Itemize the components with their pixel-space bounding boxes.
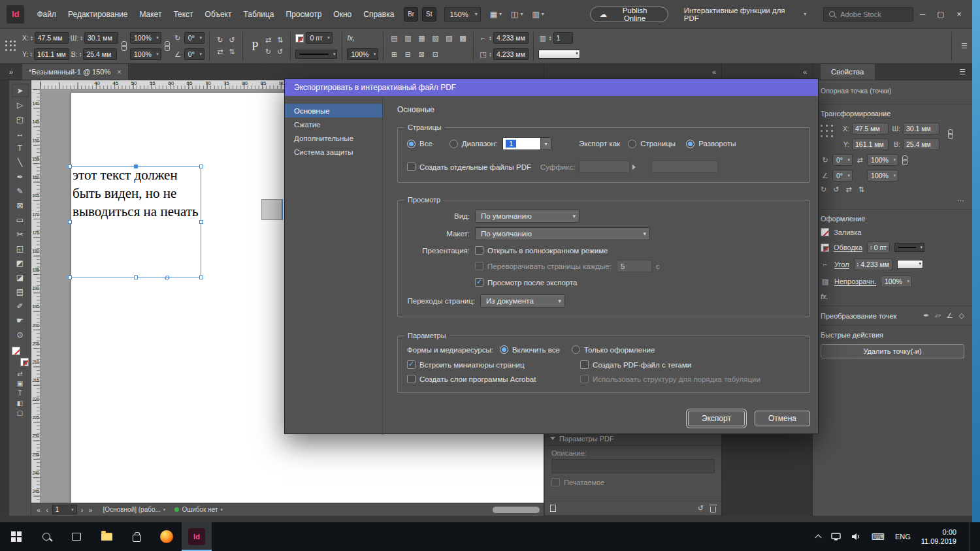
bridge-button[interactable]: Br bbox=[404, 7, 418, 22]
opacity-dropdown[interactable]: 100% bbox=[881, 276, 912, 287]
stroke-weight-dropdown[interactable]: 0 пт bbox=[306, 32, 332, 44]
flip-pages-checkbox[interactable] bbox=[475, 262, 483, 270]
printable-checkbox[interactable] bbox=[551, 478, 560, 486]
selected-object[interactable] bbox=[261, 199, 283, 220]
corner-stepper[interactable] bbox=[489, 35, 491, 41]
page-icon[interactable] bbox=[550, 505, 556, 512]
page-transitions-dropdown[interactable]: Из документа bbox=[480, 294, 565, 307]
distribute-icon[interactable]: ⊠ bbox=[416, 49, 427, 59]
separate-files-checkbox[interactable] bbox=[407, 163, 416, 171]
menu-item[interactable]: Таблица bbox=[237, 7, 280, 22]
distribute-icon[interactable]: ⊞ bbox=[388, 49, 400, 59]
mirror-icon[interactable]: ⇄ bbox=[262, 35, 274, 46]
firefox-button[interactable] bbox=[152, 522, 182, 551]
scrollbar-thumb[interactable] bbox=[493, 507, 540, 513]
x-stepper[interactable] bbox=[31, 35, 33, 41]
effects-label[interactable]: fx. bbox=[821, 292, 828, 300]
rotation-dropdown[interactable]: 0° bbox=[832, 154, 853, 166]
cancel-button[interactable]: Отмена bbox=[755, 411, 810, 426]
export-button[interactable]: Экспорт bbox=[688, 411, 745, 426]
effects-label[interactable]: fx, bbox=[347, 34, 355, 42]
type-tool[interactable]: T bbox=[12, 141, 29, 155]
stroke-weight-field[interactable]: 0 пт bbox=[867, 242, 890, 253]
x-field[interactable]: 47.5 мм bbox=[35, 32, 69, 44]
text-outport[interactable]: o bbox=[165, 272, 170, 283]
corner-radius-field-2[interactable]: 4.233 мм bbox=[493, 48, 529, 60]
constrain-dimensions-icon[interactable] bbox=[122, 41, 127, 51]
mirror-icon[interactable]: ↻ bbox=[262, 47, 274, 57]
preflight-status[interactable]: Ошибок нет▾ bbox=[174, 506, 223, 513]
height-field[interactable]: 25.4 мм bbox=[903, 138, 939, 150]
hand-tool[interactable]: ☛ bbox=[12, 313, 29, 327]
dialog-titlebar[interactable]: Экспортировать в интерактивный файл PDF bbox=[285, 79, 818, 96]
shear-dropdown[interactable]: 0° bbox=[184, 48, 204, 60]
screen-mode-icon[interactable]: ▢ bbox=[17, 409, 23, 417]
transform-icon[interactable]: ↺ bbox=[833, 185, 839, 194]
delete-point-button[interactable]: Удалить точку(-и) bbox=[821, 344, 964, 358]
flip-interval-field[interactable]: 5 bbox=[617, 260, 652, 272]
constrain-scale-icon[interactable] bbox=[165, 41, 170, 51]
distribute-icon[interactable]: ⊟ bbox=[402, 49, 414, 59]
rotate-flip-icon[interactable]: ⇄ bbox=[214, 47, 226, 57]
close-button[interactable]: × bbox=[950, 6, 968, 23]
stroke-type-dropdown[interactable] bbox=[295, 50, 337, 59]
reset-icon[interactable]: ↺ bbox=[698, 504, 704, 512]
gradient-swatch-tool[interactable]: ◩ bbox=[12, 256, 29, 270]
show-desktop-button[interactable] bbox=[970, 522, 972, 551]
close-tab-icon[interactable]: × bbox=[117, 68, 121, 76]
panel-menu-icon[interactable]: ☰ bbox=[959, 68, 966, 76]
touch-keyboard-icon[interactable]: ⌨ bbox=[872, 531, 885, 542]
scale-x-dropdown[interactable]: 100% bbox=[130, 32, 161, 44]
menu-item[interactable]: Макет bbox=[133, 7, 167, 22]
line-tool[interactable]: ╲ bbox=[12, 155, 29, 169]
corner-radius-field[interactable]: 4.233 мм bbox=[493, 32, 529, 44]
store-button[interactable] bbox=[122, 522, 152, 551]
toolbar-collapse-icon[interactable]: » bbox=[0, 64, 22, 80]
page-number-dropdown[interactable]: 1▾ bbox=[52, 505, 77, 514]
text-frame[interactable]: этот текст должен быть виден, но не выво… bbox=[70, 166, 201, 277]
dialog-section-item[interactable]: Сжатие bbox=[285, 118, 382, 131]
width-field[interactable]: 30.1 мм bbox=[84, 32, 118, 44]
stroke-type-dropdown[interactable] bbox=[894, 243, 924, 252]
corner-stepper-2[interactable] bbox=[489, 52, 491, 57]
selection-tool[interactable]: ➤ bbox=[12, 84, 29, 97]
frame-handle[interactable] bbox=[199, 165, 203, 168]
height-field[interactable]: 25.4 мм bbox=[83, 48, 117, 60]
rotate-flip-icon[interactable]: ↻ bbox=[214, 35, 226, 46]
suffix-field[interactable] bbox=[579, 161, 630, 173]
layout-dropdown[interactable]: По умолчанию bbox=[475, 227, 650, 240]
clock[interactable]: 0:00 11.09.2019 bbox=[921, 527, 956, 546]
prev-page-button[interactable]: ‹ bbox=[44, 506, 50, 514]
screen-mode-dropdown[interactable]: ◫▾ bbox=[511, 10, 523, 19]
collapse-panels-icon[interactable]: « bbox=[803, 68, 807, 76]
gradient-feather-tool[interactable]: ◪ bbox=[12, 270, 29, 284]
rectangle-frame-tool[interactable]: ⊠ bbox=[12, 198, 29, 212]
rotate-flip-icon[interactable]: ↺ bbox=[226, 35, 238, 46]
stroke-link[interactable]: Обводка bbox=[834, 244, 862, 251]
menu-item[interactable]: Объект bbox=[199, 7, 238, 22]
corner-link[interactable]: Угол bbox=[834, 260, 849, 268]
collapse-panels-icon[interactable]: « bbox=[712, 68, 716, 76]
direct-selection-tool[interactable]: ▷ bbox=[12, 98, 29, 112]
scale-y-dropdown[interactable]: 100% bbox=[130, 48, 161, 60]
pages-radio[interactable] bbox=[628, 140, 636, 148]
constrain-dimensions-icon[interactable] bbox=[948, 129, 953, 139]
width-field[interactable]: 30.1 мм bbox=[903, 123, 939, 134]
align-icon[interactable]: ▧ bbox=[429, 33, 441, 43]
scissors-tool[interactable]: ✂ bbox=[12, 227, 29, 241]
convert-point-icon[interactable]: ◇ bbox=[959, 311, 964, 320]
page-tool[interactable]: ◰ bbox=[12, 112, 29, 126]
restore-button[interactable]: ▢ bbox=[932, 6, 950, 23]
grid-view-dropdown[interactable]: ▦▾ bbox=[490, 10, 502, 19]
tab-properties[interactable]: Свойства bbox=[821, 64, 875, 80]
file-explorer-button[interactable] bbox=[91, 522, 122, 551]
publish-online-button[interactable]: ☁ Publish Online bbox=[590, 7, 668, 22]
panel-menu-icon[interactable]: ☰ bbox=[956, 42, 972, 50]
distribute-icon[interactable]: ⊡ bbox=[429, 49, 441, 59]
search-input[interactable] bbox=[839, 10, 904, 19]
frame-handle[interactable] bbox=[134, 165, 138, 168]
menu-item[interactable]: Редактирование bbox=[62, 7, 133, 22]
menu-item[interactable]: Окно bbox=[327, 7, 357, 22]
frame-handle[interactable] bbox=[68, 165, 72, 168]
more-options-icon[interactable]: ⋯ bbox=[957, 197, 964, 205]
